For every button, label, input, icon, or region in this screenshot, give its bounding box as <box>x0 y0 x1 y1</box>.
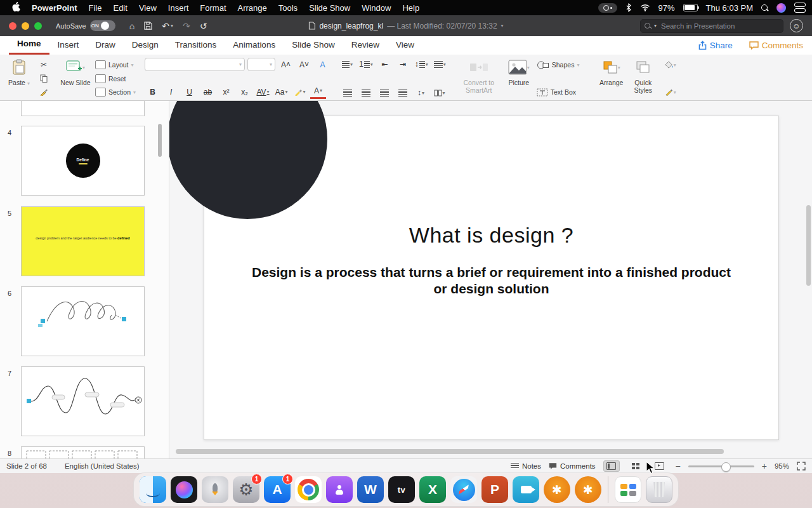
shapes-button[interactable]: Shapes▾ <box>537 59 584 70</box>
paste-button[interactable]: Paste ▾ <box>5 58 33 99</box>
thumbnail-slide-8[interactable] <box>21 446 145 458</box>
wifi-icon[interactable] <box>640 4 650 11</box>
text-box-button[interactable]: Text Box <box>537 86 584 98</box>
dock-flower-app-1[interactable]: ✱ <box>544 476 570 503</box>
tab-home[interactable]: Home <box>9 36 49 55</box>
menu-clock[interactable]: Thu 6:03 PM <box>706 3 753 13</box>
menu-edit[interactable]: Edit <box>107 3 133 13</box>
tab-animations[interactable]: Animations <box>225 37 284 54</box>
dock-launchpad[interactable] <box>202 476 228 503</box>
dock-powerpoint[interactable]: P <box>481 476 508 503</box>
menu-tools[interactable]: Tools <box>273 3 303 13</box>
slide-sorter-view-button[interactable] <box>627 460 644 472</box>
increase-indent-button[interactable]: ⇥ <box>395 58 411 70</box>
comments-button[interactable]: Comments <box>749 41 803 50</box>
thumbnail-slide-6[interactable] <box>21 286 145 356</box>
dock-safari[interactable] <box>450 476 477 503</box>
tab-transitions[interactable]: Transitions <box>167 37 225 54</box>
feedback-smiley-button[interactable]: ☺ <box>790 19 803 32</box>
zoom-window-button[interactable] <box>34 22 42 30</box>
underline-button[interactable]: U <box>181 86 197 98</box>
presentation-search-box[interactable]: ▾ <box>640 19 783 33</box>
strikethrough-button[interactable]: ab <box>200 86 216 98</box>
slide-canvas[interactable]: What is design ? Design is a process tha… <box>169 101 812 458</box>
columns-button[interactable]: ▾ <box>431 86 447 99</box>
menu-view[interactable]: View <box>133 3 162 13</box>
change-case-button[interactable]: Aa▾ <box>273 86 289 98</box>
highlight-button[interactable]: ▾ <box>292 86 308 98</box>
slideshow-view-button[interactable] <box>652 460 668 472</box>
revert-button[interactable]: ↺ <box>200 21 207 31</box>
menu-app-name[interactable]: PowerPoint <box>26 3 83 13</box>
fit-to-window-icon[interactable] <box>797 462 806 471</box>
menu-arrange[interactable]: Arrange <box>232 3 273 13</box>
numbering-button[interactable]: 1▾ <box>358 58 374 70</box>
chevron-down-icon[interactable]: ▾ <box>501 23 504 29</box>
thumbnail-slide-3-partial[interactable] <box>21 101 145 116</box>
reset-button[interactable]: Reset <box>95 73 136 84</box>
tab-review[interactable]: Review <box>343 37 388 54</box>
zoom-level[interactable]: 95% <box>775 462 789 470</box>
format-painter-button[interactable] <box>37 86 51 98</box>
align-right-button[interactable] <box>376 86 392 99</box>
redo-button[interactable]: ↷ <box>183 21 190 31</box>
zoom-out-button[interactable]: − <box>676 461 681 471</box>
zoom-in-button[interactable]: + <box>762 461 767 471</box>
siri-icon[interactable] <box>776 3 786 13</box>
autosave-toggle[interactable]: ON <box>90 20 115 31</box>
bullets-button[interactable]: ▾ <box>339 58 355 70</box>
vertical-scrollbar[interactable] <box>806 205 811 286</box>
slide-thumbnail-panel[interactable]: 4 Define 5 design problem and the target… <box>0 101 169 458</box>
text-direction-button[interactable]: ▾ <box>432 58 448 70</box>
font-size-dropdown[interactable]: ▾ <box>247 58 275 71</box>
dock-finder[interactable] <box>140 476 166 503</box>
slide-title-text[interactable]: What is design ? <box>204 223 778 248</box>
dock-app-store[interactable]: A1 <box>264 476 291 503</box>
tab-design[interactable]: Design <box>124 37 167 54</box>
dock-podcasts[interactable] <box>326 476 353 503</box>
language-indicator[interactable]: English (United States) <box>65 462 140 470</box>
home-toolbar-button[interactable]: ⌂ <box>129 21 134 31</box>
shrink-font-button[interactable]: A˅ <box>296 58 312 71</box>
zoom-slider-knob[interactable] <box>721 462 731 472</box>
thumbnail-slide-5[interactable]: design problem and the target audience n… <box>21 206 145 276</box>
menu-format[interactable]: Format <box>194 3 232 13</box>
comments-panel-button[interactable]: Comments <box>549 462 596 470</box>
grow-font-button[interactable]: A˄ <box>278 58 294 71</box>
clear-formatting-button[interactable]: A <box>315 58 331 71</box>
dock-chrome[interactable] <box>295 476 322 503</box>
subscript-button[interactable]: x₂ <box>237 86 252 98</box>
decrease-indent-button[interactable]: ⇤ <box>377 58 393 70</box>
notes-button[interactable]: Notes <box>511 462 541 470</box>
menu-slideshow[interactable]: Slide Show <box>303 3 356 13</box>
tab-draw[interactable]: Draw <box>87 37 124 54</box>
dock-word[interactable]: W <box>357 476 384 503</box>
menu-window[interactable]: Window <box>356 3 396 13</box>
dock-widgets[interactable] <box>615 476 641 503</box>
share-button[interactable]: Share <box>698 41 733 50</box>
dock-excel[interactable]: X <box>419 476 446 503</box>
tab-view[interactable]: View <box>388 37 422 54</box>
normal-view-button[interactable] <box>603 460 620 472</box>
undo-button[interactable]: ↶▾ <box>162 21 173 31</box>
minimize-window-button[interactable] <box>22 22 29 30</box>
new-slide-button[interactable]: ▾ New Slide <box>60 58 91 99</box>
close-window-button[interactable] <box>9 22 16 30</box>
picture-button[interactable]: ▾ Picture <box>505 58 533 99</box>
spotlight-icon[interactable] <box>761 4 768 11</box>
shape-fill-button[interactable]: ▾ <box>664 59 678 70</box>
italic-button[interactable]: I <box>163 86 179 98</box>
section-button[interactable]: Section▾ <box>95 86 136 98</box>
dock-facetime[interactable] <box>513 476 539 503</box>
thumbnail-slide-7[interactable] <box>21 366 145 436</box>
menu-help[interactable]: Help <box>396 3 425 13</box>
layout-button[interactable]: Layout▾ <box>95 59 136 70</box>
screen-record-indicator[interactable] <box>598 3 617 13</box>
tab-slideshow[interactable]: Slide Show <box>284 37 343 54</box>
align-text-button[interactable]: ↕▾ <box>413 86 429 99</box>
horizontal-scrollbar[interactable] <box>176 449 724 454</box>
dock-apple-tv[interactable]: tv <box>388 476 415 503</box>
cut-button[interactable]: ✂ <box>37 59 51 70</box>
tab-insert[interactable]: Insert <box>49 37 88 54</box>
justify-button[interactable] <box>395 86 410 99</box>
